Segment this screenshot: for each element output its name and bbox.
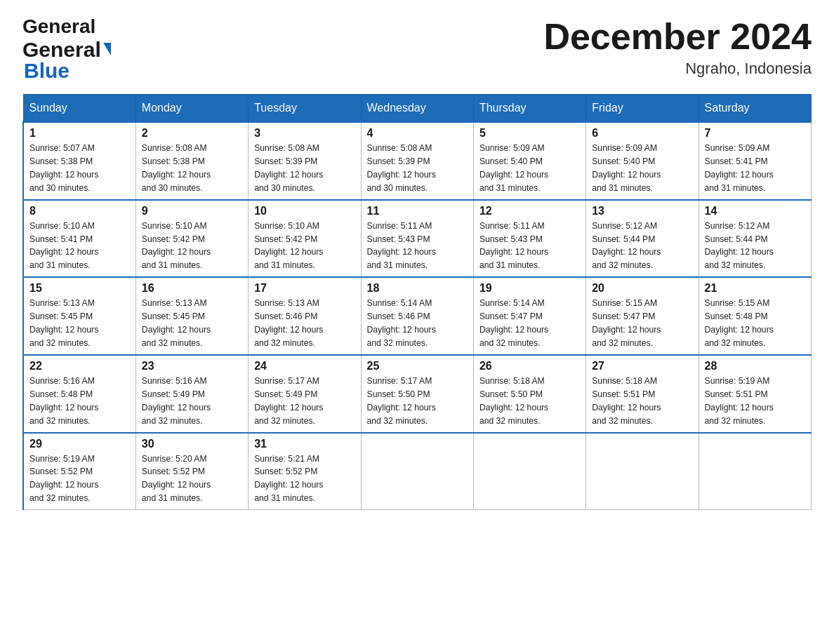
day-number: 5 (479, 127, 580, 140)
day-number: 2 (142, 127, 242, 140)
day-info: Sunrise: 5:17 AMSunset: 5:49 PMDaylight:… (254, 375, 355, 428)
week-row-3: 15 Sunrise: 5:13 AMSunset: 5:45 PMDaylig… (23, 277, 812, 355)
day-info: Sunrise: 5:16 AMSunset: 5:49 PMDaylight:… (142, 375, 242, 428)
day-number: 30 (142, 438, 242, 450)
calendar-cell: 16 Sunrise: 5:13 AMSunset: 5:45 PMDaylig… (135, 277, 248, 355)
calendar-cell (473, 433, 585, 510)
week-row-5: 29 Sunrise: 5:19 AMSunset: 5:52 PMDaylig… (23, 433, 812, 510)
day-info: Sunrise: 5:12 AMSunset: 5:44 PMDaylight:… (705, 220, 805, 273)
calendar-cell: 24 Sunrise: 5:17 AMSunset: 5:49 PMDaylig… (249, 355, 361, 433)
day-info: Sunrise: 5:09 AMSunset: 5:40 PMDaylight:… (479, 142, 580, 195)
weekday-header-thursday: Thursday (473, 95, 585, 123)
day-number: 3 (254, 127, 355, 140)
calendar-cell: 19 Sunrise: 5:14 AMSunset: 5:47 PMDaylig… (473, 277, 585, 355)
weekday-header-wednesday: Wednesday (361, 95, 473, 123)
calendar-cell (586, 433, 699, 510)
calendar-cell: 27 Sunrise: 5:18 AMSunset: 5:51 PMDaylig… (586, 355, 699, 433)
day-info: Sunrise: 5:13 AMSunset: 5:45 PMDaylight:… (142, 297, 242, 350)
day-info: Sunrise: 5:09 AMSunset: 5:41 PMDaylight:… (705, 142, 805, 195)
day-number: 25 (367, 360, 468, 373)
weekday-header-monday: Monday (135, 95, 248, 123)
calendar-cell: 12 Sunrise: 5:11 AMSunset: 5:43 PMDaylig… (473, 200, 585, 278)
logo-text-blue: Blue (24, 59, 70, 82)
day-info: Sunrise: 5:07 AMSunset: 5:38 PMDaylight:… (29, 142, 130, 195)
day-info: Sunrise: 5:10 AMSunset: 5:42 PMDaylight:… (254, 220, 355, 273)
calendar-cell: 30 Sunrise: 5:20 AMSunset: 5:52 PMDaylig… (135, 433, 248, 510)
day-number: 28 (705, 360, 805, 373)
calendar-cell: 4 Sunrise: 5:08 AMSunset: 5:39 PMDayligh… (361, 122, 473, 200)
logo-text-general: General (22, 38, 101, 61)
day-number: 4 (367, 127, 468, 140)
calendar-title: December 2024 (543, 17, 812, 57)
calendar-cell: 15 Sunrise: 5:13 AMSunset: 5:45 PMDaylig… (23, 277, 135, 355)
day-info: Sunrise: 5:14 AMSunset: 5:47 PMDaylight:… (479, 297, 580, 350)
week-row-2: 8 Sunrise: 5:10 AMSunset: 5:41 PMDayligh… (23, 200, 812, 278)
day-number: 1 (29, 127, 130, 140)
calendar-table: SundayMondayTuesdayWednesdayThursdayFrid… (22, 94, 812, 510)
day-number: 17 (254, 282, 355, 295)
calendar-cell: 7 Sunrise: 5:09 AMSunset: 5:41 PMDayligh… (699, 122, 811, 200)
day-number: 9 (142, 205, 242, 217)
calendar-cell: 31 Sunrise: 5:21 AMSunset: 5:52 PMDaylig… (249, 433, 361, 510)
day-info: Sunrise: 5:10 AMSunset: 5:41 PMDaylight:… (29, 220, 130, 273)
calendar-cell: 17 Sunrise: 5:13 AMSunset: 5:46 PMDaylig… (249, 277, 361, 355)
day-number: 6 (592, 127, 692, 140)
calendar-cell: 14 Sunrise: 5:12 AMSunset: 5:44 PMDaylig… (699, 200, 811, 278)
day-info: Sunrise: 5:15 AMSunset: 5:48 PMDaylight:… (705, 297, 805, 350)
day-number: 29 (29, 438, 130, 450)
calendar-subtitle: Ngraho, Indonesia (543, 60, 812, 78)
day-info: Sunrise: 5:11 AMSunset: 5:43 PMDaylight:… (367, 220, 468, 273)
day-info: Sunrise: 5:18 AMSunset: 5:50 PMDaylight:… (479, 375, 580, 428)
day-info: Sunrise: 5:20 AMSunset: 5:52 PMDaylight:… (142, 452, 242, 506)
day-number: 8 (29, 205, 130, 217)
day-info: Sunrise: 5:15 AMSunset: 5:47 PMDaylight:… (592, 297, 692, 350)
calendar-cell: 21 Sunrise: 5:15 AMSunset: 5:48 PMDaylig… (699, 277, 811, 355)
day-info: Sunrise: 5:11 AMSunset: 5:43 PMDaylight:… (479, 220, 580, 273)
calendar-cell: 2 Sunrise: 5:08 AMSunset: 5:38 PMDayligh… (135, 122, 248, 200)
day-info: Sunrise: 5:10 AMSunset: 5:42 PMDaylight:… (142, 220, 242, 273)
calendar-cell: 3 Sunrise: 5:08 AMSunset: 5:39 PMDayligh… (249, 122, 361, 200)
day-info: Sunrise: 5:09 AMSunset: 5:40 PMDaylight:… (592, 142, 692, 195)
calendar-cell: 5 Sunrise: 5:09 AMSunset: 5:40 PMDayligh… (473, 122, 585, 200)
day-number: 19 (479, 282, 580, 295)
day-number: 22 (29, 360, 130, 373)
day-number: 26 (479, 360, 580, 373)
day-info: Sunrise: 5:19 AMSunset: 5:51 PMDaylight:… (705, 375, 805, 428)
weekday-header-row: SundayMondayTuesdayWednesdayThursdayFrid… (23, 95, 812, 123)
calendar-cell (699, 433, 811, 510)
calendar-cell: 22 Sunrise: 5:16 AMSunset: 5:48 PMDaylig… (23, 355, 135, 433)
day-number: 18 (367, 282, 468, 295)
day-info: Sunrise: 5:08 AMSunset: 5:39 PMDaylight:… (367, 142, 468, 195)
logo-general: General (22, 15, 95, 37)
day-number: 20 (592, 282, 692, 295)
day-info: Sunrise: 5:13 AMSunset: 5:46 PMDaylight:… (254, 297, 355, 350)
day-info: Sunrise: 5:21 AMSunset: 5:52 PMDaylight:… (254, 452, 355, 506)
day-info: Sunrise: 5:08 AMSunset: 5:38 PMDaylight:… (142, 142, 242, 195)
day-info: Sunrise: 5:19 AMSunset: 5:52 PMDaylight:… (29, 452, 130, 506)
logo: General General Blue (22, 17, 111, 81)
week-row-4: 22 Sunrise: 5:16 AMSunset: 5:48 PMDaylig… (23, 355, 812, 433)
day-number: 15 (29, 282, 130, 295)
day-number: 12 (479, 205, 580, 217)
day-number: 13 (592, 205, 692, 217)
logo-arrow-icon (103, 43, 111, 55)
day-info: Sunrise: 5:16 AMSunset: 5:48 PMDaylight:… (29, 375, 130, 428)
calendar-cell (361, 433, 473, 510)
day-info: Sunrise: 5:18 AMSunset: 5:51 PMDaylight:… (592, 375, 692, 428)
calendar-cell: 1 Sunrise: 5:07 AMSunset: 5:38 PMDayligh… (23, 122, 135, 200)
day-number: 31 (254, 438, 355, 450)
day-number: 21 (705, 282, 805, 295)
calendar-cell: 11 Sunrise: 5:11 AMSunset: 5:43 PMDaylig… (361, 200, 473, 278)
calendar-cell: 6 Sunrise: 5:09 AMSunset: 5:40 PMDayligh… (586, 122, 699, 200)
calendar-cell: 25 Sunrise: 5:17 AMSunset: 5:50 PMDaylig… (361, 355, 473, 433)
weekday-header-saturday: Saturday (699, 95, 811, 123)
weekday-header-tuesday: Tuesday (249, 95, 361, 123)
calendar-cell: 8 Sunrise: 5:10 AMSunset: 5:41 PMDayligh… (23, 200, 135, 278)
week-row-1: 1 Sunrise: 5:07 AMSunset: 5:38 PMDayligh… (23, 122, 812, 200)
day-number: 10 (254, 205, 355, 217)
calendar-title-area: December 2024 Ngraho, Indonesia (543, 17, 812, 78)
weekday-header-friday: Friday (586, 95, 699, 123)
weekday-header-sunday: Sunday (23, 95, 135, 123)
day-number: 23 (142, 360, 242, 373)
calendar-cell: 28 Sunrise: 5:19 AMSunset: 5:51 PMDaylig… (699, 355, 811, 433)
